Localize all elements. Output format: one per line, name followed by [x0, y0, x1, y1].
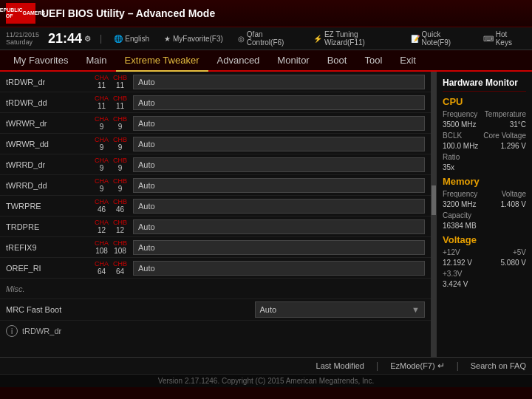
gear-icon[interactable]: ⚙ [84, 35, 91, 43]
nav-extreme-tweaker[interactable]: Extreme Tweaker [116, 50, 208, 72]
chb-box: CHB 11 [113, 95, 127, 110]
table-row: tREFIX9 CHA 108 CHB 108 Auto [0, 237, 431, 258]
setting-label-oref-ri: OREF_RI [6, 264, 95, 273]
voltage-33-row: +3.3V [443, 270, 526, 278]
voltage-12v-value: 12.192 V [443, 259, 472, 267]
hot-keys-label: Hot Keys [496, 30, 523, 47]
fan-icon: ◎ [238, 35, 245, 43]
cha-box: CHA 46 [95, 198, 109, 214]
chb-box: CHB 9 [113, 157, 127, 172]
day: Saturday [6, 38, 39, 46]
cpu-ratio-value: 35x [443, 163, 526, 171]
my-favorite-button[interactable]: ★ MyFavorite(F3) [161, 34, 226, 44]
setting-value[interactable]: Auto [133, 75, 425, 89]
setting-value[interactable]: Auto [133, 137, 425, 151]
cha-chb-group: CHA 64 CHB 64 [95, 260, 127, 276]
setting-value[interactable]: Auto [133, 261, 425, 276]
mrc-fast-boot-select[interactable]: Auto ▼ [255, 301, 426, 318]
memory-voltage-label: Voltage [502, 190, 526, 198]
setting-label-twrwr-dr: tWRWR_dr [6, 119, 95, 128]
cpu-frequency-value: 3500 MHz [443, 120, 477, 129]
rog-logo-image: REPUBLIC OF GAMERS [6, 3, 35, 24]
voltage-12v-label: +12V [443, 248, 460, 256]
voltage-5v-value: 5.080 V [501, 259, 526, 267]
time: 21:44 [48, 31, 82, 47]
footer-text: Version 2.17.1246. Copyright (C) 2015 Am… [158, 377, 374, 385]
chb-box: CHB 108 [113, 239, 127, 255]
info-icon: i [6, 325, 18, 337]
setting-value[interactable]: Auto [133, 157, 425, 172]
nav-tool[interactable]: Tool [355, 50, 391, 70]
last-modified-button[interactable]: Last Modified [316, 361, 364, 370]
table-row: MRC Fast Boot Auto ▼ [0, 299, 431, 321]
quick-note-button[interactable]: 📝 Quick Note(F9) [408, 30, 471, 47]
cha-chb-group: CHA 11 CHB 11 [95, 74, 127, 89]
nav-main[interactable]: Main [77, 50, 115, 70]
memory-frequency-value: 3200 MHz [443, 200, 477, 208]
table-row: TWRPRE CHA 46 CHB 46 Auto [0, 196, 431, 216]
table-row: tWRWR_dd CHA 9 CHB 9 Auto [0, 134, 431, 154]
cha-chb-group: CHA 9 CHB 9 [95, 157, 127, 172]
nav-advanced[interactable]: Advanced [208, 50, 269, 70]
misc-label: Misc. [6, 284, 95, 293]
cha-box: CHA 9 [95, 115, 109, 131]
chb-label: CHB [113, 74, 127, 81]
hot-keys-button[interactable]: ⌨ Hot Keys [480, 30, 526, 47]
cha-box: CHA 9 [95, 177, 109, 193]
setting-label-twrpre: TWRPRE [6, 202, 95, 211]
setting-value[interactable]: Auto [133, 116, 425, 131]
search-faq-button[interactable]: Search on FAQ [471, 361, 526, 370]
setting-value[interactable]: Auto [133, 219, 425, 234]
nav-exit[interactable]: Exit [391, 50, 425, 70]
setting-value[interactable]: Auto [133, 95, 425, 110]
setting-value[interactable]: Auto [133, 199, 425, 214]
cpu-ratio-row: Ratio [443, 153, 526, 161]
star-icon: ★ [164, 35, 171, 43]
scroll-thumb[interactable] [432, 185, 436, 215]
setting-label-trdwr-dr: tRDWR_dr [6, 78, 95, 86]
cha-box: CHA 9 [95, 157, 109, 172]
main-content: tRDWR_dr CHA 11 CHB 11 Auto tRDWR_dd CHA… [0, 72, 532, 357]
mrc-fast-boot-value: Auto [260, 305, 277, 314]
note-icon: 📝 [411, 35, 420, 43]
ez-tuning-button[interactable]: ⚡ EZ Tuning Wizard(F11) [310, 30, 399, 47]
cha-chb-group: CHA 9 CHB 9 [95, 115, 127, 131]
setting-value[interactable]: Auto [133, 240, 425, 255]
memory-freq-row: Frequency Voltage [443, 190, 526, 198]
nav-boot[interactable]: Boot [318, 50, 356, 70]
chb-val: 11 [116, 81, 124, 89]
chb-box: CHB 12 [113, 219, 127, 234]
tuning-icon: ⚡ [313, 35, 322, 43]
bottom-bar: Last Modified | EzMode(F7) ↵ | Search on… [0, 357, 532, 374]
ez-mode-button[interactable]: EzMode(F7) ↵ [390, 361, 445, 371]
cha-chb-group: CHA 12 CHB 12 [95, 219, 127, 234]
bottom-sep2: | [457, 361, 459, 371]
voltage-5v-label: +5V [513, 248, 526, 256]
setting-label-twrwr-dd: tWRWR_dd [6, 140, 95, 149]
memory-capacity-row: Capacity [443, 211, 526, 219]
time-display: 21:44 ⚙ [48, 31, 91, 47]
table-row: OREF_RI CHA 64 CHB 64 Auto [0, 258, 431, 279]
table-row: tRDWR_dd CHA 11 CHB 11 Auto [0, 92, 431, 113]
nav-my-favorites[interactable]: My Favorites [4, 50, 77, 70]
scroll-indicator[interactable] [432, 72, 436, 357]
setting-label-twrrd-dd: tWRRD_dd [6, 181, 95, 190]
setting-value[interactable]: Auto [133, 178, 425, 193]
cha-box: CHA 108 [95, 239, 109, 255]
qfan-button[interactable]: ◎ Qfan Control(F6) [235, 30, 301, 47]
setting-label-twrrd-dr: tWRRD_dr [6, 160, 95, 169]
cpu-bclk-label: BCLK [443, 132, 462, 140]
language-button[interactable]: 🌐 English [111, 34, 152, 44]
last-item-label: tRDWR_dr [22, 327, 61, 335]
cha-chb-group: CHA 11 CHB 11 [95, 95, 127, 110]
nav-bar: My Favorites Main Extreme Tweaker Advanc… [0, 50, 532, 72]
settings-panel: tRDWR_dr CHA 11 CHB 11 Auto tRDWR_dd CHA… [0, 72, 432, 357]
nav-monitor[interactable]: Monitor [268, 50, 318, 70]
memory-capacity-value: 16384 MB [443, 222, 526, 230]
cpu-core-voltage-value: 1.296 V [501, 142, 526, 150]
voltage-section-title: Voltage [443, 234, 526, 245]
cpu-temperature-value: 31°C [510, 120, 526, 129]
memory-freq-voltage-values: 3200 MHz 1.408 V [443, 200, 526, 208]
setting-label-mrc-fast-boot: MRC Fast Boot [6, 305, 95, 314]
last-row: i tRDWR_dr [0, 321, 431, 341]
